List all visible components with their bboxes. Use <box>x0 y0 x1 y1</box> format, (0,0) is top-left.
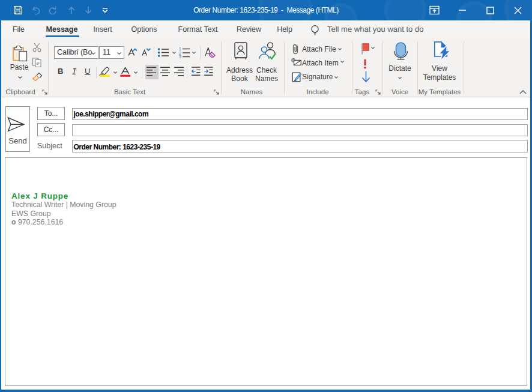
svg-text:3: 3 <box>179 55 181 58</box>
